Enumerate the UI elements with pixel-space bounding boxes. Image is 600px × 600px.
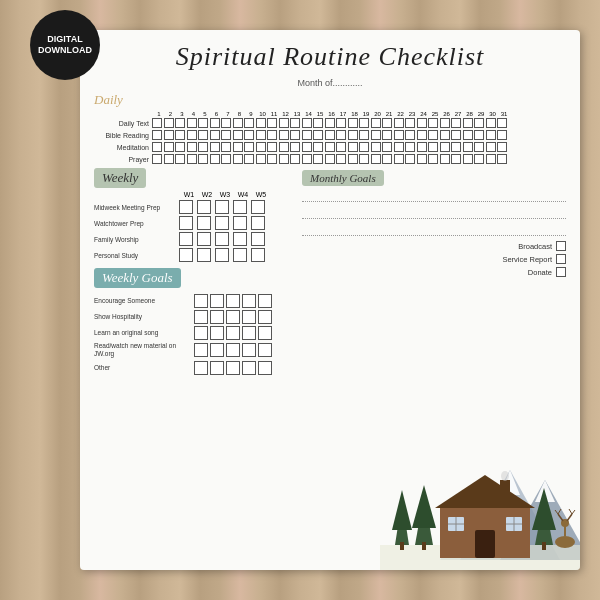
checkbox[interactable] — [233, 118, 243, 128]
checkbox[interactable] — [256, 118, 266, 128]
checkbox[interactable] — [198, 154, 208, 164]
checkbox[interactable] — [394, 154, 404, 164]
checkbox[interactable] — [325, 154, 335, 164]
checkbox[interactable] — [197, 200, 211, 214]
checkbox[interactable] — [258, 310, 272, 324]
checkbox[interactable] — [348, 154, 358, 164]
checkbox[interactable] — [394, 142, 404, 152]
checkbox[interactable] — [233, 232, 247, 246]
checkbox[interactable] — [210, 142, 220, 152]
checkbox[interactable] — [440, 142, 450, 152]
checkbox[interactable] — [279, 130, 289, 140]
checkbox[interactable] — [197, 216, 211, 230]
checkbox[interactable] — [474, 154, 484, 164]
checkbox[interactable] — [417, 118, 427, 128]
checkbox[interactable] — [251, 232, 265, 246]
checkbox[interactable] — [313, 130, 323, 140]
checkbox[interactable] — [164, 118, 174, 128]
checkbox[interactable] — [226, 343, 240, 357]
checkbox[interactable] — [290, 154, 300, 164]
checkbox[interactable] — [198, 118, 208, 128]
broadcast-checkbox[interactable] — [556, 241, 566, 251]
checkbox[interactable] — [451, 118, 461, 128]
checkbox[interactable] — [405, 130, 415, 140]
checkbox[interactable] — [267, 130, 277, 140]
checkbox[interactable] — [210, 326, 224, 340]
checkbox[interactable] — [394, 118, 404, 128]
checkbox[interactable] — [258, 294, 272, 308]
checkbox[interactable] — [428, 130, 438, 140]
checkbox[interactable] — [497, 154, 507, 164]
checkbox[interactable] — [221, 142, 231, 152]
checkbox[interactable] — [313, 154, 323, 164]
donate-checkbox[interactable] — [556, 267, 566, 277]
checkbox[interactable] — [251, 216, 265, 230]
checkbox[interactable] — [179, 248, 193, 262]
checkbox[interactable] — [233, 142, 243, 152]
checkbox[interactable] — [242, 294, 256, 308]
checkbox[interactable] — [463, 142, 473, 152]
checkbox[interactable] — [279, 154, 289, 164]
checkbox[interactable] — [233, 154, 243, 164]
checkbox[interactable] — [279, 142, 289, 152]
checkbox[interactable] — [187, 130, 197, 140]
checkbox[interactable] — [336, 130, 346, 140]
checkbox[interactable] — [336, 118, 346, 128]
checkbox[interactable] — [221, 154, 231, 164]
checkbox[interactable] — [210, 118, 220, 128]
checkbox[interactable] — [242, 326, 256, 340]
checkbox[interactable] — [463, 118, 473, 128]
checkbox[interactable] — [463, 130, 473, 140]
checkbox[interactable] — [382, 154, 392, 164]
checkbox[interactable] — [486, 118, 496, 128]
checkbox[interactable] — [405, 154, 415, 164]
checkbox[interactable] — [348, 142, 358, 152]
checkbox[interactable] — [221, 118, 231, 128]
checkbox[interactable] — [405, 142, 415, 152]
checkbox[interactable] — [382, 118, 392, 128]
checkbox[interactable] — [463, 154, 473, 164]
checkbox[interactable] — [242, 310, 256, 324]
checkbox[interactable] — [336, 142, 346, 152]
checkbox[interactable] — [451, 154, 461, 164]
checkbox[interactable] — [175, 142, 185, 152]
checkbox[interactable] — [226, 361, 240, 375]
checkbox[interactable] — [428, 154, 438, 164]
checkbox[interactable] — [215, 216, 229, 230]
checkbox[interactable] — [440, 130, 450, 140]
checkbox[interactable] — [336, 154, 346, 164]
checkbox[interactable] — [175, 118, 185, 128]
checkbox[interactable] — [267, 142, 277, 152]
checkbox[interactable] — [371, 118, 381, 128]
checkbox[interactable] — [486, 154, 496, 164]
checkbox[interactable] — [267, 154, 277, 164]
checkbox[interactable] — [313, 142, 323, 152]
checkbox[interactable] — [359, 118, 369, 128]
checkbox[interactable] — [198, 130, 208, 140]
checkbox[interactable] — [440, 154, 450, 164]
checkbox[interactable] — [417, 142, 427, 152]
checkbox[interactable] — [428, 142, 438, 152]
checkbox[interactable] — [221, 130, 231, 140]
checkbox[interactable] — [210, 154, 220, 164]
checkbox[interactable] — [226, 310, 240, 324]
checkbox[interactable] — [474, 142, 484, 152]
checkbox[interactable] — [164, 130, 174, 140]
checkbox[interactable] — [226, 326, 240, 340]
checkbox[interactable] — [187, 118, 197, 128]
checkbox[interactable] — [233, 216, 247, 230]
checkbox[interactable] — [194, 310, 208, 324]
checkbox[interactable] — [325, 142, 335, 152]
checkbox[interactable] — [451, 130, 461, 140]
checkbox[interactable] — [251, 248, 265, 262]
checkbox[interactable] — [215, 200, 229, 214]
checkbox[interactable] — [451, 142, 461, 152]
checkbox[interactable] — [382, 142, 392, 152]
checkbox[interactable] — [175, 130, 185, 140]
checkbox[interactable] — [486, 130, 496, 140]
checkbox[interactable] — [267, 118, 277, 128]
checkbox[interactable] — [164, 154, 174, 164]
checkbox[interactable] — [348, 130, 358, 140]
checkbox[interactable] — [210, 294, 224, 308]
checkbox[interactable] — [302, 142, 312, 152]
